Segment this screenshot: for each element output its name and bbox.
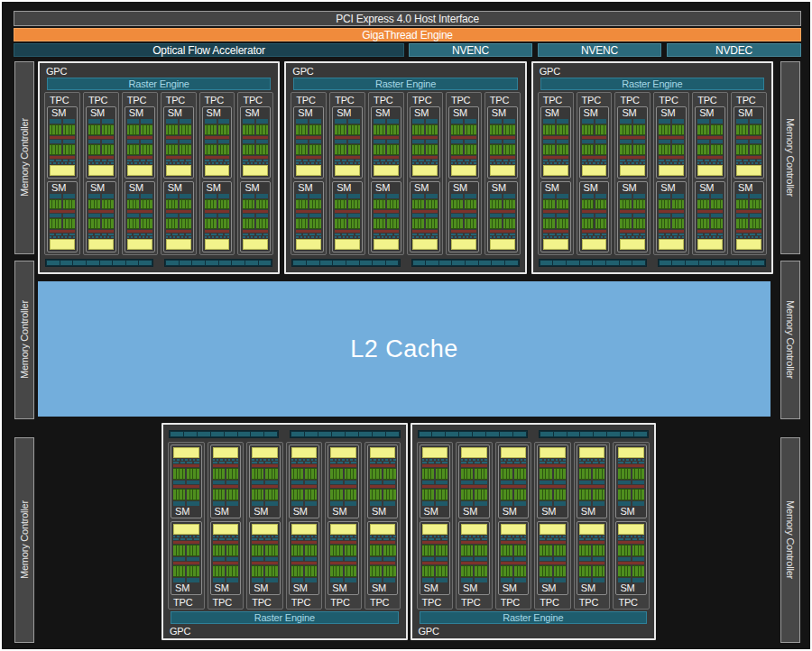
sm-block: SM <box>448 181 479 253</box>
memory-controller-column-right: Memory Controller Memory Controller Memo… <box>780 2 800 651</box>
sm-core-array <box>543 124 568 135</box>
sm-l1-cache-block <box>335 165 360 176</box>
sm-tex-row <box>374 236 399 238</box>
sm-tex-row <box>501 536 527 537</box>
sm-tensor-bar <box>582 230 607 233</box>
tpc-block: TPC SM SM <box>731 92 767 255</box>
rop-bar <box>45 259 153 267</box>
sm-scheduler-bar <box>697 140 723 143</box>
sm-label: SM <box>579 506 605 518</box>
raster-engine-bar: Raster Engine <box>540 78 764 90</box>
media-engine-label: Optical Flow Accelerator <box>152 44 265 57</box>
sm-l1-cache-block <box>451 165 476 176</box>
sm-l1-cache-block <box>618 447 644 458</box>
sm-l1-cache-block <box>659 165 684 176</box>
sm-tensor-bar <box>618 464 644 467</box>
sm-block: SM <box>617 181 648 253</box>
sm-ldst-row <box>412 234 438 235</box>
sm-scheduler-bar <box>582 214 607 217</box>
sm-block: SM <box>249 445 281 518</box>
sm-scheduler-bar <box>205 140 230 143</box>
sm-tex-row <box>213 536 239 537</box>
sm-core-array <box>579 565 605 577</box>
sm-l1-cache-block <box>412 165 438 176</box>
sm-label: SM <box>543 107 568 119</box>
sm-label: SM <box>412 182 438 194</box>
sm-tensor-bar <box>620 136 645 139</box>
sm-scheduler-bar <box>173 557 199 561</box>
sm-core-array <box>127 144 152 155</box>
sm-core-array <box>127 218 152 229</box>
sm-l1-cache-block <box>50 165 75 176</box>
sm-scheduler-bar <box>50 194 75 198</box>
sm-scheduler-bar <box>166 194 191 198</box>
sm-label: SM <box>659 182 684 194</box>
sm-l1-cache-block <box>618 524 644 535</box>
sm-internal-units <box>543 194 568 251</box>
sm-core-array <box>166 199 191 210</box>
sm-scheduler-bar <box>166 214 191 217</box>
sm-tensor-bar <box>697 210 723 213</box>
sm-core-array <box>374 199 399 210</box>
sm-scheduler-bar <box>127 194 152 198</box>
sm-tensor-bar <box>582 136 607 139</box>
sm-block: SM <box>328 521 359 595</box>
sm-scheduler-bar <box>659 194 684 198</box>
sm-scheduler-bar <box>697 214 723 217</box>
sm-core-array <box>582 124 607 135</box>
sm-tex-row <box>213 459 239 461</box>
sm-core-array <box>618 565 644 577</box>
sm-tex-row <box>659 162 684 164</box>
sm-block: SM <box>47 106 78 179</box>
sm-scheduler-bar <box>243 194 268 198</box>
sm-label: SM <box>213 582 239 594</box>
sm-block: SM <box>420 521 451 595</box>
sm-core-array <box>370 545 396 556</box>
sm-core-array <box>243 218 268 229</box>
sm-tensor-bar <box>451 156 476 159</box>
sm-scheduler-bar <box>127 140 152 143</box>
sm-scheduler-bar <box>543 140 568 143</box>
sm-block: SM <box>734 106 764 179</box>
sm-core-array <box>374 144 399 155</box>
sm-internal-units <box>501 447 527 506</box>
sm-scheduler-bar <box>451 194 476 198</box>
sm-stack: SM SM <box>695 106 725 252</box>
sm-ldst-row <box>540 462 566 463</box>
sm-scheduler-bar <box>412 119 438 124</box>
sm-tensor-bar <box>50 156 75 159</box>
sm-block: SM <box>540 181 571 253</box>
sm-l1-cache-block <box>370 524 396 535</box>
sm-tex-row <box>582 162 607 164</box>
sm-ldst-row <box>213 538 239 540</box>
sm-l1-cache-block <box>205 239 230 250</box>
sm-block: SM <box>458 445 490 518</box>
sm-ldst-row <box>412 160 438 161</box>
sm-tex-row <box>540 459 566 461</box>
sm-stack: SM SM <box>734 106 764 252</box>
gpc-block: GPC Raster Engine TPC SM SM <box>531 61 773 274</box>
sm-l1-cache-block <box>461 524 487 535</box>
sm-tensor-bar <box>370 464 396 467</box>
sm-internal-units <box>205 194 230 251</box>
sm-block: SM <box>498 445 530 518</box>
sm-tensor-bar <box>330 485 356 488</box>
sm-tensor-bar <box>422 485 448 488</box>
media-engine-label: NVENC <box>452 44 489 57</box>
rop-partition-row <box>169 430 401 438</box>
sm-tensor-bar <box>291 562 318 564</box>
raster-engine-bar: Raster Engine <box>47 78 271 90</box>
sm-block: SM <box>289 445 320 518</box>
tpc-block: TPC SM SM <box>495 442 532 610</box>
sm-core-array <box>291 545 318 556</box>
sm-l1-cache-block <box>243 165 268 176</box>
sm-tensor-bar <box>412 230 438 233</box>
sm-tex-row <box>697 162 723 164</box>
sm-scheduler-bar <box>540 557 566 561</box>
memory-controller-bar: Memory Controller <box>780 261 800 419</box>
gpc-label: GPC <box>44 64 273 78</box>
sm-tex-row <box>659 236 684 238</box>
sm-block: SM <box>47 181 78 253</box>
sm-core-array <box>166 144 191 155</box>
sm-core-array <box>659 218 684 229</box>
